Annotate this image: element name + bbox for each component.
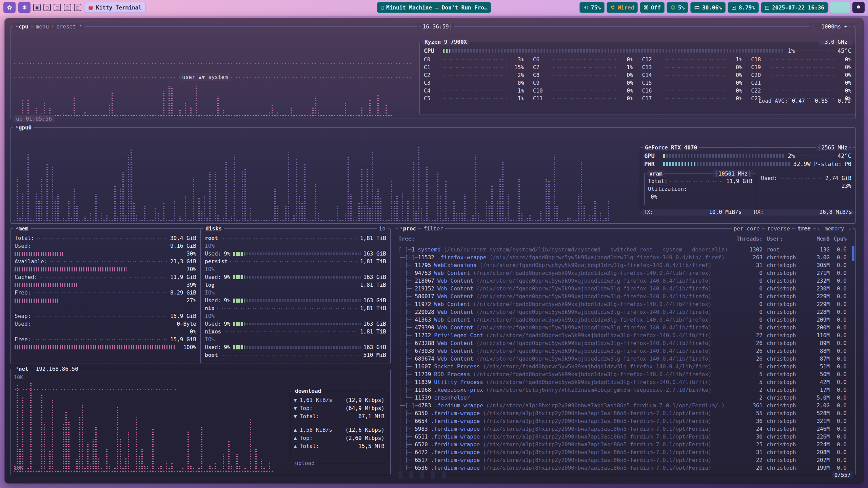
- preset-button[interactable]: preset *: [54, 23, 84, 30]
- process-scrollbar[interactable]: [852, 246, 854, 261]
- upload-title: upload: [293, 460, 317, 467]
- workspace-buttons: ▣▢▢▢▢: [33, 4, 81, 11]
- disks-title[interactable]: disks: [203, 225, 224, 232]
- process-row[interactable]: │ ├─ 94753Web Content(/nix/store/fqadd0b…: [398, 269, 852, 277]
- window-title-chip[interactable]: Kitty Terminal: [84, 2, 145, 13]
- disk-chip[interactable]: 8.79%: [728, 2, 759, 13]
- launcher-button[interactable]: ✿: [3, 2, 16, 13]
- volume-chip[interactable]: 75%: [579, 2, 605, 13]
- process-row[interactable]: │ ├─ 673038Web Content(/nix/store/fqadd0…: [398, 347, 852, 355]
- disk-value: 8.79%: [739, 4, 755, 11]
- process-cpu: 0.0: [830, 441, 852, 448]
- process-row[interactable]: │ ├─ 6654.ferdium-wrappe(/nix/store/a1pj…: [398, 417, 852, 425]
- process-row[interactable]: │ ├─ 6511.ferdium-wrappe(/nix/store/a1pj…: [398, 433, 852, 441]
- col-memb[interactable]: MemB: [804, 235, 830, 250]
- net-option-button[interactable]: [361, 365, 365, 372]
- tree-toggle[interactable]: tree: [795, 225, 813, 232]
- keyboard-chip[interactable]: ⌘ Off: [640, 2, 665, 13]
- process-row[interactable]: │ ├─ 11968.keepassxc-prox(/nix/store/bsl…: [398, 386, 852, 394]
- workspace-button[interactable]: ▣: [33, 4, 41, 11]
- process-row[interactable]: ├─[-]─4783.ferdium-wrappe(/nix/store/a1p…: [398, 402, 852, 409]
- process-row[interactable]: │ ├─ 6536.ferdium-wrappe(/nix/store/a1pj…: [398, 464, 852, 470]
- process-row[interactable]: │ ├─ 11732Privileged Cont(/nix/store/fqa…: [398, 331, 852, 339]
- proc-panel-title[interactable]: ⁴proc: [398, 225, 418, 232]
- update-interval-control[interactable]: – 1000ms +: [809, 23, 853, 30]
- network-chip[interactable]: Wired: [607, 2, 638, 13]
- process-row[interactable]: │ ├─ 479390Web Content(/nix/store/fqadd0…: [398, 324, 852, 331]
- process-pid: 6520: [415, 441, 428, 448]
- proc-footer-action[interactable]: [442, 471, 446, 479]
- process-row[interactable]: │ ├─ 219152Web Content(/nix/store/fqadd0…: [398, 285, 852, 292]
- cpu-panel-title[interactable]: ¹cpu: [13, 23, 31, 30]
- system-tray[interactable]: [830, 2, 850, 13]
- workspace-button[interactable]: ▢: [74, 4, 81, 11]
- col-user[interactable]: User:: [763, 235, 804, 250]
- workspace-button[interactable]: ▢: [43, 4, 51, 11]
- process-row[interactable]: │ ├─ 673288Web Content(/nix/store/fqadd0…: [398, 339, 852, 347]
- process-row[interactable]: │ ├─ 11839Utility Process(/nix/store/fqa…: [398, 378, 852, 386]
- memory-stat-label: Total:: [15, 234, 34, 242]
- process-row[interactable]: │ ├─ 11739RDD Process(/nix/store/fqadd0b…: [398, 370, 852, 378]
- col-cpu[interactable]: Cpu% ↑: [830, 235, 852, 250]
- disk-used-bar: [233, 345, 360, 349]
- kitty-terminal-window[interactable]: ¹cpu menu preset * 16:36:59 – 1000ms + u…: [5, 18, 863, 483]
- process-mem: 42M: [804, 378, 830, 386]
- net-option-button[interactable]: [376, 365, 380, 372]
- process-row[interactable]: │ ├─ 6520.ferdium-wrappe(/nix/store/a1pj…: [398, 441, 852, 448]
- process-cpu: 0.0: [830, 355, 852, 363]
- process-row[interactable]: │ ├─ 689674Web Content(/nix/store/fqadd0…: [398, 355, 852, 363]
- topbar: ✿ ❄ ▣▢▢▢▢ Kitty Terminal ♫ Minuit Machin…: [0, 0, 868, 16]
- net-option-button[interactable]: [369, 365, 373, 372]
- music-chip[interactable]: ♫ Minuit Machine – Don't Run Fro…: [377, 2, 491, 13]
- gpu-panel-title[interactable]: ⁵gpu0: [13, 124, 34, 131]
- net-option-button[interactable]: [383, 365, 388, 372]
- process-name: .ferdium-wrappe: [431, 456, 480, 464]
- nix-menu-button[interactable]: ❄: [18, 2, 31, 13]
- cpu-chip[interactable]: 5%: [667, 2, 688, 13]
- process-row[interactable]: ├─[-]─11532.firefox-wrappe(/nix/store/fq…: [398, 253, 852, 261]
- cpu-panel: ¹cpu menu preset * 16:36:59 – 1000ms + u…: [10, 26, 856, 119]
- process-row[interactable]: │ ├─ 6517.ferdium-wrappe(/nix/store/a1pj…: [398, 456, 852, 464]
- process-row[interactable]: │ ├─ 580017Web Content(/nix/store/fqadd0…: [398, 292, 852, 300]
- process-row[interactable]: │ ├─ 41363Web Content(/nix/store/fqadd0b…: [398, 316, 852, 324]
- process-row[interactable]: │ └─ 11539crashhelper 2 christoph 5.0M 0…: [398, 394, 852, 402]
- process-row[interactable]: │ ├─ 11972Web Content(/nix/store/fqadd0b…: [398, 300, 852, 308]
- filter-button[interactable]: filter: [421, 225, 445, 232]
- io-mode-button[interactable]: io: [377, 225, 388, 232]
- reverse-toggle[interactable]: reverse: [765, 225, 792, 232]
- process-row[interactable]: │ ├─ 220028Web Content(/nix/store/fqadd0…: [398, 308, 852, 316]
- col-threads[interactable]: Threads:: [735, 235, 763, 250]
- process-row[interactable]: │ ├─ 6350.ferdium-wrappe(/nix/store/a1pj…: [398, 409, 852, 417]
- col-tree[interactable]: Tree:: [398, 235, 735, 250]
- proc-footer-action[interactable]: [431, 471, 435, 479]
- sort-column-selector[interactable]: ← memory →: [816, 225, 853, 232]
- per-core-toggle[interactable]: per-core: [732, 225, 762, 232]
- process-row[interactable]: │ ├─ 218067Web Content(/nix/store/fqadd0…: [398, 277, 852, 285]
- process-row[interactable]: │ ├─ 11795WebExtensions(/nix/store/fqadd…: [398, 261, 852, 269]
- process-command: (/nix/store/bslpj6nhry7xhkz02nasm41bcpfg…: [486, 386, 735, 394]
- memory-chip[interactable]: 30.06%: [690, 2, 726, 13]
- workspace-button[interactable]: ▢: [54, 4, 61, 11]
- datetime-chip[interactable]: 2025-07-22 16:36: [761, 2, 828, 13]
- process-cpu: 0.0: [830, 308, 852, 316]
- mem-panel-title[interactable]: ²mem: [13, 225, 31, 232]
- proc-footer-action[interactable]: [398, 471, 402, 479]
- tree-branch: │ ├─: [398, 355, 415, 363]
- process-cpu: 0.0: [830, 409, 852, 417]
- topbar-center: ♫ Minuit Machine – Don't Run Fro…: [377, 2, 491, 13]
- process-row[interactable]: │ ├─ 6472.ferdium-wrappe(/nix/store/a1pj…: [398, 448, 852, 456]
- process-row[interactable]: │ ├─ 11607Socket Process(/nix/store/fqad…: [398, 363, 852, 370]
- notifications-button[interactable]: [852, 2, 865, 13]
- gpu-frequency: 2565 MHz: [816, 144, 853, 151]
- swap-stat-value: 15,9 GiB: [170, 336, 196, 343]
- menu-button[interactable]: menu: [34, 23, 51, 30]
- proc-footer-action[interactable]: [420, 471, 424, 479]
- process-name: Privileged Cont: [434, 331, 483, 339]
- core-row: C16 0%: [642, 87, 743, 95]
- proc-footer-action[interactable]: [409, 471, 413, 479]
- workspace-button[interactable]: ▢: [64, 4, 71, 11]
- net-panel-title[interactable]: ³net: [13, 365, 31, 372]
- process-row[interactable]: │ ├─ 5983.ferdium-wrappe(/nix/store/a1pj…: [398, 425, 852, 433]
- upload-stat-row: ▲ Top: (2,69 Mibps): [294, 434, 384, 442]
- process-threads: 27: [735, 331, 763, 339]
